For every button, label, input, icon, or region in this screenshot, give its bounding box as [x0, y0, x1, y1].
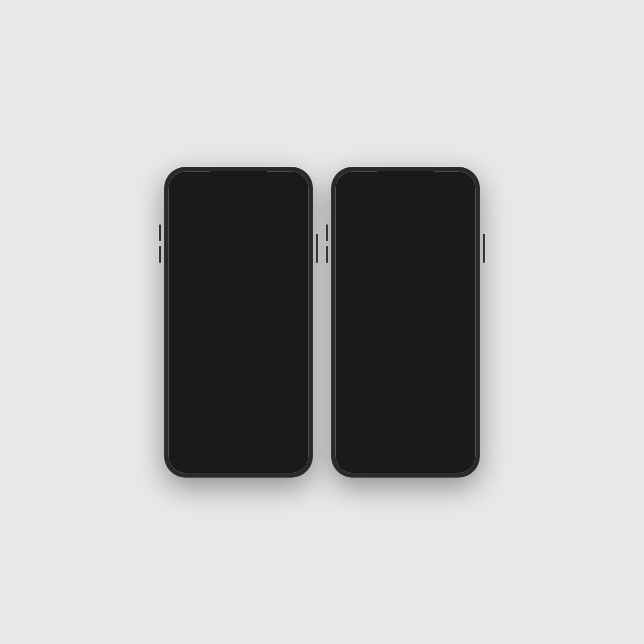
video-sound-info[interactable]: ♪ original sound - cardioqueens — [174, 427, 275, 433]
selfie-shirt — [350, 306, 391, 325]
like-action[interactable]: ♡ 94K — [287, 314, 299, 337]
user-avatar[interactable]: 🌿 — [343, 242, 363, 262]
nav2-profile[interactable]: ◯ Me — [448, 442, 475, 460]
nav-profile[interactable]: ◯ Me — [281, 441, 308, 460]
nav-home[interactable]: ⌂ Home — [169, 441, 196, 460]
selfie-sunglasses — [359, 290, 381, 296]
comment-count: 1560 — [287, 361, 298, 367]
user-status: On time — [368, 252, 390, 259]
now-photo-container: 🔊 4:11:24 ♡ 💬 — [341, 266, 470, 436]
nav2-inbox-label: Inbox — [428, 455, 439, 460]
comment-action[interactable]: ⋯ 1560 — [287, 346, 298, 367]
power-button[interactable] — [316, 234, 318, 263]
status-icons-1: ▲ — [271, 181, 299, 187]
signal-bar-1 — [271, 185, 272, 187]
music-icon: ♪ — [292, 416, 296, 425]
power-button-2[interactable] — [483, 234, 485, 263]
signal-bar-2-2 — [440, 184, 441, 187]
dog-scarf-piece — [395, 395, 415, 413]
volume-down-button-2[interactable] — [326, 246, 328, 263]
nav2-now[interactable]: ⚡ Now — [364, 440, 391, 462]
nav2-inbox[interactable]: ⊡ Inbox — [420, 442, 447, 460]
video-username[interactable]: @cardioqueens — [174, 400, 275, 408]
notification-body: 3 minutes left to post a Now. — [204, 209, 277, 215]
share-button[interactable]: ↗ — [460, 246, 468, 257]
follow-button[interactable]: + — [288, 298, 297, 308]
calendar-icon: 📅 — [374, 221, 382, 229]
creator-avatar[interactable]: 🏃 + — [282, 283, 303, 304]
signal-bar-2-1 — [438, 185, 439, 187]
avo-arm-left — [180, 251, 207, 291]
phone-2: 9:41 ▲ ⊕ Frien — [332, 167, 479, 477]
signal-bar-2-3 — [442, 184, 444, 187]
notification-title: ⚡Time to Now⚡ — [204, 202, 277, 209]
add-friend-icon[interactable]: ⊕ — [343, 196, 352, 208]
bottom-navigation-1: ⌂ Home ⚡ Now + ⊡ Inbox ◯ — [168, 435, 309, 473]
comment-icon: ⋯ — [287, 346, 298, 359]
nav-inbox[interactable]: ⊡ Inbox — [253, 441, 280, 460]
battery-icon — [289, 181, 299, 186]
home-icon: ⌂ — [179, 441, 186, 453]
avo-leg-left — [210, 305, 223, 348]
wifi-icon-2: ▲ — [448, 181, 453, 187]
sound-disc[interactable]: ♪ — [285, 411, 303, 429]
search-icon[interactable]: ⌕ — [462, 196, 468, 208]
translation-link[interactable]: See translation — [174, 418, 275, 425]
nav2-create[interactable]: + — [392, 444, 418, 458]
heart-icon: ♡ — [287, 314, 299, 329]
sound-button[interactable]: 🔊 — [449, 271, 464, 286]
signal-icon — [271, 181, 279, 187]
nav-tabs: Friends Now — [382, 198, 431, 206]
bookmark-action[interactable]: ⊓ 13.5K — [285, 376, 299, 397]
profile-icon-2: ◯ — [457, 442, 467, 453]
signal-bar-2 — [273, 184, 274, 187]
photo-action-buttons: ♡ 💬 — [447, 377, 464, 417]
inbox-icon: ⊡ — [262, 441, 270, 453]
like-count: 94K — [288, 331, 297, 337]
bookmark-count: 13.5K — [285, 391, 299, 397]
tab-friends[interactable]: Friends — [382, 198, 407, 206]
selfie-person — [350, 274, 391, 325]
notification-action-button[interactable]: Post — [282, 205, 296, 213]
now-active-indicator — [376, 460, 378, 462]
selfie-smile — [366, 299, 376, 303]
now-memories-button[interactable]: 📅 Now memories › — [365, 217, 446, 233]
tab-now[interactable]: Now — [415, 198, 431, 206]
phone-screen-1: 9:41 ▲ 🔔 ⚡Tim — [168, 171, 309, 473]
tiktok-feed-screen: 9:41 ▲ 🔔 ⚡Tim — [168, 171, 309, 473]
selfie-face — [357, 281, 384, 307]
volume-up-button-2[interactable] — [326, 225, 328, 241]
nav-create[interactable]: + — [225, 444, 251, 457]
like-button[interactable]: ♡ — [447, 377, 464, 394]
create-button[interactable]: + — [229, 444, 249, 457]
signal-bar-4 — [277, 183, 279, 187]
create-button-2[interactable]: + — [395, 444, 415, 458]
tiktok-now-screen: 9:41 ▲ ⊕ Frien — [335, 171, 476, 473]
status-bar-1: 9:41 ▲ — [168, 171, 309, 192]
time-display-2: 9:41 — [345, 180, 359, 188]
memories-label: Now memories — [386, 221, 430, 229]
time-display-1: 9:41 — [178, 180, 192, 188]
now-user-row: 🌿 Ellie On time ↗ — [343, 242, 468, 262]
user-text: Ellie On time — [368, 244, 390, 259]
avo-arms — [186, 252, 291, 290]
video-description: What do you think? — [174, 409, 275, 417]
phone-1: 9:41 ▲ 🔔 ⚡Tim — [165, 167, 312, 477]
dog-tongue — [396, 369, 415, 388]
nav-now[interactable]: ⚡ Now — [197, 442, 224, 459]
profile-icon: ◯ — [290, 441, 300, 453]
battery-icon-2 — [456, 181, 466, 186]
signal-bar-2-4 — [444, 183, 446, 187]
nav-me-label: Me — [291, 454, 298, 460]
volume-up-button[interactable] — [159, 225, 161, 241]
video-actions-sidebar: 🏃 + ♡ 94K ⋯ 1560 ⊓ 13.5K ↪ 13.5K — [282, 283, 303, 426]
nav2-home[interactable]: ⌂ Home — [336, 442, 363, 460]
now-icon: ⚡ — [205, 442, 216, 452]
volume-down-button[interactable] — [159, 246, 161, 263]
user-name: Ellie — [368, 244, 390, 252]
notification-banner[interactable]: 🔔 ⚡Time to Now⚡ 3 minutes left to post a… — [174, 194, 303, 224]
tab-now-wrapper[interactable]: Now — [415, 198, 431, 206]
video-info: @cardioqueens What do you think? See tra… — [174, 400, 275, 433]
comment-button[interactable]: 💬 — [447, 400, 464, 417]
plus-icon: + — [230, 445, 247, 456]
